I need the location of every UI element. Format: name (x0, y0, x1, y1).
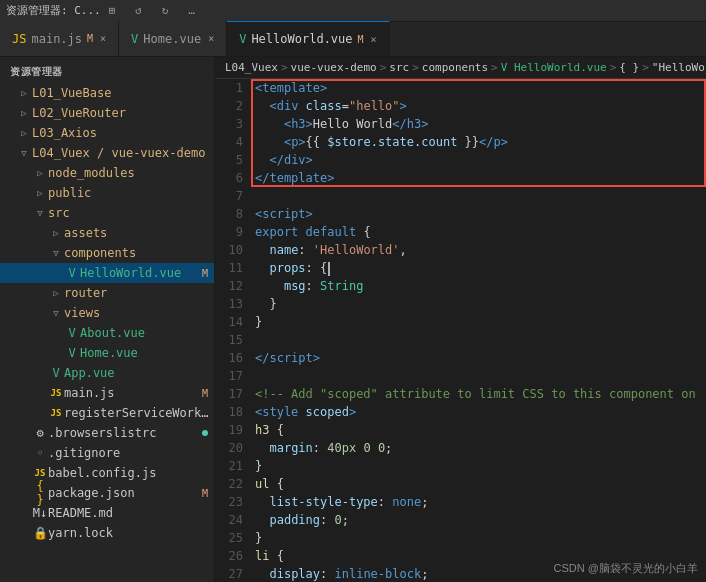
tree-label: L03_Axios (32, 126, 214, 140)
code-line-9: 9 export default { (215, 223, 706, 241)
tree-item-browserslistrc[interactable]: ⚙ .browserslistrc (0, 423, 214, 443)
vue-file-icon: V (64, 346, 80, 360)
tree-item-home-vue[interactable]: V Home.vue (0, 343, 214, 363)
tree-item-main-js[interactable]: JS main.js M (0, 383, 214, 403)
config-icon: ⚙ (32, 426, 48, 440)
tab-main-js[interactable]: JS main.js M × (0, 21, 119, 56)
tree-item-register[interactable]: JS registerServiceWorker.js (0, 403, 214, 423)
line-content: <p>{{ $store.state.count }}</p> (251, 133, 706, 151)
tree-label: L04_Vuex / vue-vuex-demo (32, 146, 214, 160)
line-content: <h3>Hello World</h3> (251, 115, 706, 133)
tree-item-l03[interactable]: ▷ L03_Axios (0, 123, 214, 143)
tree-item-yarn-lock[interactable]: 🔒 yarn.lock (0, 523, 214, 543)
chevron-right-icon: ▷ (48, 288, 64, 298)
js-file-icon: JS (48, 388, 64, 398)
vue-file-icon: V (48, 366, 64, 380)
tab-close-icon[interactable]: × (100, 33, 106, 44)
line-number: 3 (215, 115, 251, 133)
line-number: 17 (215, 367, 251, 385)
breadcrumb-sep: > (610, 61, 617, 74)
line-number: 15 (215, 331, 251, 349)
code-line-8: 8 <script> (215, 205, 706, 223)
line-number: 4 (215, 133, 251, 151)
tree-label: babel.config.js (48, 466, 214, 480)
tree-item-components[interactable]: ▽ components (0, 243, 214, 263)
line-content: } (251, 313, 706, 331)
tree-item-gitignore[interactable]: ◦ .gitignore (0, 443, 214, 463)
tree-item-l04[interactable]: ▽ L04_Vuex / vue-vuex-demo (0, 143, 214, 163)
line-number: 25 (215, 529, 251, 547)
tree-item-assets[interactable]: ▷ assets (0, 223, 214, 243)
main-area: 资源管理器 ▷ L01_VueBase ▷ L02_VueRouter ▷ L0… (0, 57, 706, 582)
tree-label: main.js (64, 386, 202, 400)
vue-file-icon: V (64, 326, 80, 340)
tree-item-app-vue[interactable]: V App.vue (0, 363, 214, 383)
code-line-19: 19 h3 { (215, 421, 706, 439)
tab-helloworld-vue[interactable]: V HelloWorld.vue M × (227, 21, 389, 56)
js-file-icon: JS (48, 408, 64, 418)
line-number: 23 (215, 493, 251, 511)
line-number: 6 (215, 169, 251, 187)
tree-label: package.json (48, 486, 202, 500)
tab-label: HelloWorld.vue (251, 32, 352, 46)
tab-label: main.js (31, 32, 82, 46)
chevron-right-icon: ▷ (48, 228, 64, 238)
line-content: <script> (251, 205, 706, 223)
code-line-6: 6 </template> (215, 169, 706, 187)
tree-item-views[interactable]: ▽ views (0, 303, 214, 323)
line-content (251, 187, 706, 205)
breadcrumb-scope: { } (619, 61, 639, 74)
tree-item-l01[interactable]: ▷ L01_VueBase (0, 83, 214, 103)
code-line-10: 10 name: 'HelloWorld', (215, 241, 706, 259)
breadcrumb-file: V HelloWorld.vue (501, 61, 607, 74)
js-file-icon: JS (32, 468, 48, 478)
modified-badge: M (202, 268, 208, 279)
breadcrumb-components: components (422, 61, 488, 74)
vue-file-icon: V (64, 266, 80, 280)
line-number: 2 (215, 97, 251, 115)
line-number: 14 (215, 313, 251, 331)
watermark: CSDN @脑袋不灵光的小白羊 (554, 561, 698, 576)
tab-label: Home.vue (143, 32, 201, 46)
line-number: 27 (215, 565, 251, 582)
tree-item-readme[interactable]: M↓ README.md (0, 503, 214, 523)
top-bar-title: 资源管理器: C... (6, 3, 101, 18)
tab-home-vue[interactable]: V Home.vue × (119, 21, 227, 56)
line-content: } (251, 295, 706, 313)
code-area[interactable]: 1 <template> 2 <div class="hello"> 3 <h3… (215, 79, 706, 582)
lock-icon: 🔒 (32, 526, 48, 540)
code-line-17a: 17 (215, 367, 706, 385)
tree-item-about[interactable]: V About.vue (0, 323, 214, 343)
tree-label: assets (64, 226, 214, 240)
line-number: 7 (215, 187, 251, 205)
line-number: 19 (215, 421, 251, 439)
code-line-2: 2 <div class="hello"> (215, 97, 706, 115)
dot-badge (202, 430, 208, 436)
sidebar-title: 资源管理器 (0, 57, 214, 83)
tree-item-router[interactable]: ▷ router (0, 283, 214, 303)
tree-item-public[interactable]: ▷ public (0, 183, 214, 203)
tree-item-node-modules[interactable]: ▷ node_modules (0, 163, 214, 183)
tab-modified-badge: M (87, 33, 93, 44)
breadcrumb-bar: L04_Vuex > vue-vuex-demo > src > compone… (215, 57, 706, 79)
chevron-down-icon: ▽ (48, 248, 64, 258)
code-line-11: 11 props: { (215, 259, 706, 277)
line-number: 24 (215, 511, 251, 529)
line-number: 22 (215, 475, 251, 493)
line-number: 8 (215, 205, 251, 223)
modified-badge: M (202, 388, 208, 399)
tab-close-icon[interactable]: × (208, 33, 214, 44)
tab-close-icon[interactable]: × (371, 34, 377, 45)
vue-icon: V (239, 32, 246, 46)
line-content (251, 367, 706, 385)
line-number: 1 (215, 79, 251, 97)
tree-item-package-json[interactable]: { } package.json M (0, 483, 214, 503)
tree-item-helloworld[interactable]: V HelloWorld.vue M (0, 263, 214, 283)
breadcrumb-sep: > (642, 61, 649, 74)
tree-item-src[interactable]: ▽ src (0, 203, 214, 223)
line-content: <!-- Add "scoped" attribute to limit CSS… (251, 385, 706, 403)
chevron-down-icon: ▽ (48, 308, 64, 318)
tree-item-l02[interactable]: ▷ L02_VueRouter (0, 103, 214, 123)
code-line-17b: 17 <!-- Add "scoped" attribute to limit … (215, 385, 706, 403)
tree-label: src (48, 206, 214, 220)
